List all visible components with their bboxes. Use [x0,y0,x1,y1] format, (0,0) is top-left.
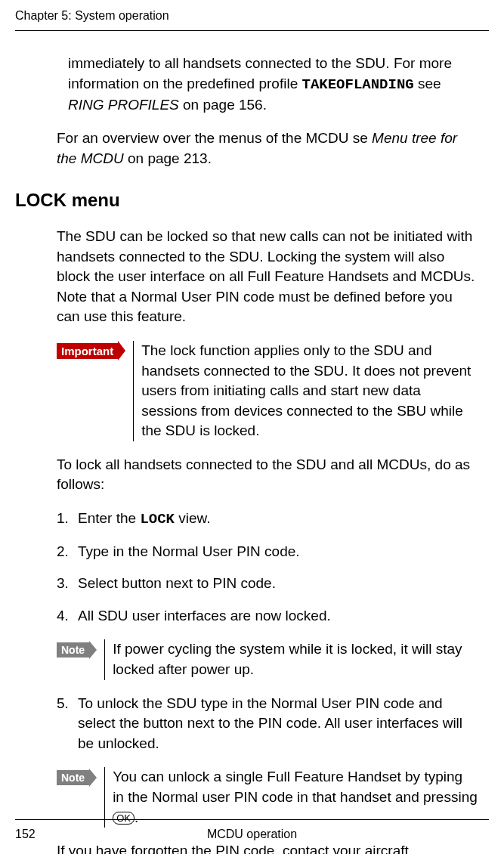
code-profile: TAKEOFLANDING [301,76,413,93]
important-text: The lock function applies only to the SD… [133,341,478,441]
chapter-header: Chapter 5: System operation [15,8,489,24]
reference-ring-profiles: RING PROFILES [68,97,179,113]
continuation-paragraph: immediately to all handsets connected to… [57,54,478,115]
step-1: Enter the LOCK view. [57,509,478,530]
lock-instruction: To lock all handsets connected to the SD… [57,455,478,495]
important-label: Important [57,343,118,359]
step-5: To unlock the SDU type in the Normal Use… [57,694,478,754]
arrow-icon [89,641,97,659]
text: see [414,76,441,91]
note-badge: Note [57,767,97,787]
footer-divider [15,819,489,820]
note-label: Note [57,770,89,785]
intro-paragraph: The SDU can be locked so that new calls … [57,227,478,327]
footer-title: MCDU operation [207,826,297,843]
forgot-pin-paragraph: If you have forgotten the PIN code, cont… [57,841,478,854]
important-block: Important The lock function applies only… [57,341,478,441]
note-badge: Note [57,639,97,660]
text: For an overview over the menus of the MC… [57,130,372,146]
note-block-1: Note If power cycling the system while i… [57,639,478,679]
text: view. [175,510,211,526]
text: on page 156. [179,97,267,113]
overview-paragraph: For an overview over the menus of the MC… [57,128,478,169]
step-2: Type in the Normal User PIN code. [57,542,478,562]
arrow-icon [89,769,97,787]
section-heading-lock-menu: LOCK menu [15,187,478,213]
step-4: All SDU user interfaces are now locked. [57,606,478,627]
note-label: Note [57,642,89,658]
steps-list: Enter the LOCK view. Type in the Normal … [57,509,478,626]
text: You can unlock a single Full Feature Han… [113,769,478,805]
arrow-icon [118,341,125,360]
footer: 152 MCDU operation [0,819,504,843]
text: on page 213. [124,150,212,166]
steps-list-continued: To unlock the SDU type in the Normal Use… [57,694,478,754]
page-number: 152 [15,826,36,843]
header-divider [15,30,489,31]
important-badge: Important [57,341,125,361]
step-3: Select button next to PIN code. [57,574,478,594]
lock-keyword: LOCK [140,511,175,528]
text: Enter the [78,510,140,526]
note-text: If power cycling the system while it is … [104,639,478,679]
